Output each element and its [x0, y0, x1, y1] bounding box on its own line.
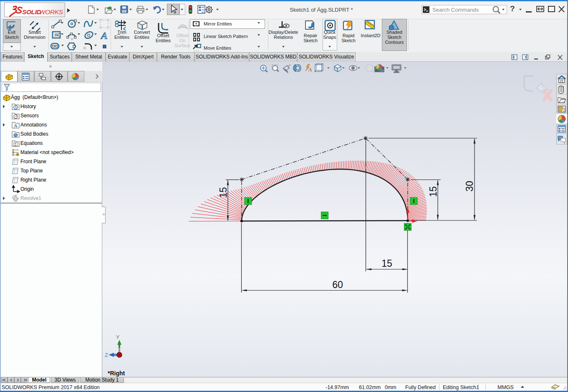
svg-text:Σ: Σ: [15, 142, 17, 147]
svg-text:A: A: [14, 123, 17, 128]
svg-text:60: 60: [332, 279, 343, 290]
svg-text:15: 15: [428, 186, 439, 197]
svg-text:Z: Z: [105, 352, 108, 358]
svg-text:A: A: [100, 30, 107, 41]
svg-text:Y: Y: [116, 334, 120, 340]
svg-text:15: 15: [218, 187, 229, 198]
svg-text:30: 30: [464, 181, 475, 192]
svg-text:15: 15: [381, 258, 392, 269]
